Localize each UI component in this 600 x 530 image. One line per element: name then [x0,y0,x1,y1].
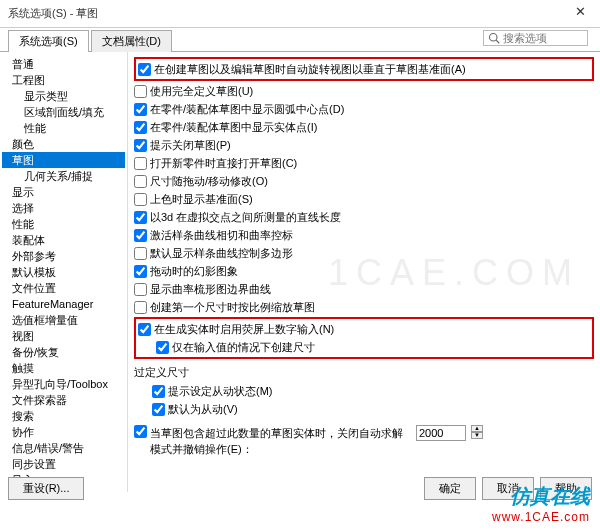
tree-explorer[interactable]: 文件探索器 [2,392,125,408]
chk-spline-handles[interactable] [134,229,147,242]
tree-ext-ref[interactable]: 外部参考 [2,248,125,264]
opt-entity-pts[interactable]: 在零件/装配体草图中显示实体点(I) [134,118,594,136]
opt-fully-define[interactable]: 使用完全定义草图(U) [134,82,594,100]
entity-count-input[interactable] [416,425,466,441]
spin-down-icon[interactable]: ▼ [471,432,483,439]
chk-scale-first[interactable] [134,301,147,314]
tree-collab[interactable]: 协作 [2,424,125,440]
tree-drawings[interactable]: 工程图 [2,72,125,88]
opt-default-driven[interactable]: 默认为从动(V) [134,400,594,418]
category-tree: 普通 工程图 显示类型 区域剖面线/填充 性能 颜色 草图 几何关系/捕捉 显示… [0,52,128,492]
close-icon[interactable]: ✕ [568,4,592,24]
tree-relations[interactable]: 几何关系/捕捉 [2,168,125,184]
tree-performance[interactable]: 性能 [2,120,125,136]
opt-curvature[interactable]: 显示曲率梳形图边界曲线 [134,280,594,298]
chk-prompt-driven[interactable] [152,385,165,398]
opt-drag-dim[interactable]: 尺寸随拖动/移动修改(O) [134,172,594,190]
chk-curvature[interactable] [134,283,147,296]
tree-touch[interactable]: 触摸 [2,360,125,376]
tree-messages[interactable]: 信息/错误/警告 [2,440,125,456]
tree-search[interactable]: 搜索 [2,408,125,424]
svg-point-0 [490,34,498,42]
tree-general[interactable]: 普通 [2,56,125,72]
section-overdefined: 过定义尺寸 [134,365,594,380]
opt-prompt-driven[interactable]: 提示设定从动状态(M) [134,382,594,400]
chk-open-sketch[interactable] [134,157,147,170]
opt-ghost[interactable]: 拖动时的幻影图象 [134,262,594,280]
opt-scale-first[interactable]: 创建第一个尺寸时按比例缩放草图 [134,298,594,316]
opt-shade-plane[interactable]: 上色时显示基准面(S) [134,190,594,208]
chk-numeric-input[interactable] [138,323,151,336]
opt-spline-poly[interactable]: 默认显示样条曲线控制多边形 [134,244,594,262]
tree-file-loc[interactable]: 文件位置 [2,280,125,296]
chk-close-sketch[interactable] [134,139,147,152]
chk-drag-dim[interactable] [134,175,147,188]
tree-display[interactable]: 显示 [2,184,125,200]
opt-auto-solve-label: 当草图包含超过此数量的草图实体时，关闭自动求解模式并撤销操作(E)： [150,425,410,457]
watermark-brand: 仿真在线 [492,483,590,510]
tree-hatch[interactable]: 区域剖面线/填充 [2,104,125,120]
chk-spline-poly[interactable] [134,247,147,260]
tree-spin[interactable]: 选值框增量值 [2,312,125,328]
chk-ghost[interactable] [134,265,147,278]
tab-system-options[interactable]: 系统选项(S) [8,30,89,52]
chk-entity-pts[interactable] [134,121,147,134]
tree-sketch[interactable]: 草图 [2,152,125,168]
tree-assemblies[interactable]: 装配体 [2,232,125,248]
search-input[interactable] [503,32,583,44]
window-title: 系统选项(S) - 草图 [8,6,568,21]
tab-document-properties[interactable]: 文档属性(D) [91,30,172,52]
tree-fm[interactable]: FeatureManager [2,296,125,312]
opt-auto-rotate[interactable]: 在创建草图以及编辑草图时自动旋转视图以垂直于草图基准面(A) [138,60,590,78]
opt-numeric-input[interactable]: 在生成实体时启用荧屏上数字输入(N) [138,320,590,338]
watermark-url: www.1CAE.com [492,510,590,524]
opt-only-value[interactable]: 仅在输入值的情况下创建尺寸 [138,338,590,356]
opt-arc-center[interactable]: 在零件/装配体草图中显示圆弧中心点(D) [134,100,594,118]
tree-view[interactable]: 视图 [2,328,125,344]
chk-auto-rotate[interactable] [138,63,151,76]
tree-backup[interactable]: 备份/恢复 [2,344,125,360]
tree-sync[interactable]: 同步设置 [2,456,125,472]
search-box[interactable] [483,30,588,46]
chk-shade-plane[interactable] [134,193,147,206]
search-icon [488,32,500,44]
ok-button[interactable]: 确定 [424,477,476,500]
tree-templates[interactable]: 默认模板 [2,264,125,280]
chk-only-value[interactable] [156,341,169,354]
tree-selection[interactable]: 选择 [2,200,125,216]
chk-3d-len[interactable] [134,211,147,224]
watermark: 仿真在线 www.1CAE.com [492,483,590,524]
svg-line-1 [496,40,499,43]
tree-colors[interactable]: 颜色 [2,136,125,152]
opt-open-sketch[interactable]: 打开新零件时直接打开草图(C) [134,154,594,172]
opt-3d-len[interactable]: 以3d 在虚拟交点之间所测量的直线长度 [134,208,594,226]
options-panel: 1CAE.COM 在创建草图以及编辑草图时自动旋转视图以垂直于草图基准面(A) … [128,52,600,492]
tree-display-style[interactable]: 显示类型 [2,88,125,104]
reset-button[interactable]: 重设(R)... [8,477,84,500]
opt-spline-handles[interactable]: 激活样条曲线相切和曲率控标 [134,226,594,244]
spin-up-icon[interactable]: ▲ [471,425,483,432]
chk-arc-center[interactable] [134,103,147,116]
opt-close-sketch[interactable]: 提示关闭草图(P) [134,136,594,154]
tree-perf2[interactable]: 性能 [2,216,125,232]
chk-fully-define[interactable] [134,85,147,98]
tree-hole[interactable]: 异型孔向导/Toolbox [2,376,125,392]
chk-auto-solve[interactable] [134,425,147,438]
chk-default-driven[interactable] [152,403,165,416]
